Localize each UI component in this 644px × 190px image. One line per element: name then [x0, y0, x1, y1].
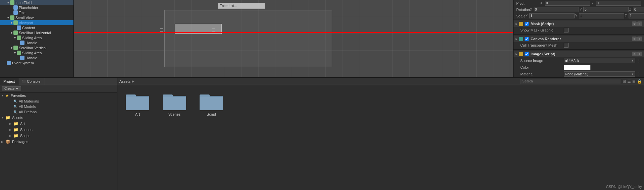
- asset-folder-scenes[interactable]: Scenes: [161, 92, 188, 116]
- rotation-label: Rotation: [516, 8, 530, 12]
- hierarchy-item-inputfield[interactable]: InputField: [0, 0, 73, 5]
- component-settings-icon[interactable]: ⚙: [632, 37, 637, 41]
- component-header-image[interactable]: ▶ Image (Script) ⚙ ≡: [514, 51, 644, 57]
- component-menu-icon[interactable]: ≡: [637, 37, 642, 41]
- asset-folder-script[interactable]: Script: [198, 92, 225, 116]
- assets-grid-icon[interactable]: ⊞: [632, 79, 636, 84]
- field-menu-icon[interactable]: ⋮: [637, 58, 641, 63]
- svg-rect-11: [200, 97, 223, 110]
- hierarchy-item-eventsystem[interactable]: EventSystem: [0, 60, 73, 65]
- scale-z-input[interactable]: [629, 13, 644, 18]
- scale-y-input[interactable]: [579, 13, 624, 18]
- assets-collapse-icon[interactable]: ⊟: [623, 79, 626, 84]
- search-item-all-models[interactable]: 🔍All Models: [0, 104, 117, 109]
- hierarchy-item-label: Scrollbar Vertical: [19, 46, 47, 50]
- asset-tree-item-scenes[interactable]: ▶📁Scenes: [0, 127, 117, 133]
- component-menu-icon[interactable]: ≡: [637, 21, 642, 26]
- tree-item-favorites[interactable]: ▼★Favorites: [0, 92, 117, 99]
- tree-item-packages[interactable]: ▶📦Packages: [0, 139, 117, 145]
- asset-tree-item-art[interactable]: ▶📁Art: [0, 121, 117, 127]
- field-label: Color: [520, 65, 564, 69]
- scale-fields: X Y Z: [526, 13, 644, 18]
- tree-arrow-icon: ▼: [1, 116, 5, 119]
- hierarchy-item-scrollbar-v[interactable]: Scrollbar Vertical: [0, 45, 73, 50]
- field-show-mask-graphic: Show Mask Graphic: [514, 27, 644, 33]
- hierarchy-item-content[interactable]: Content: [0, 25, 73, 30]
- tree-label: Favorites: [11, 93, 26, 98]
- object-icon: [13, 30, 18, 35]
- project-hierarchy-panel: Project ⬛ Console Create ▼ ▼★Favorites🔍A…: [0, 78, 117, 190]
- rotation-y-input[interactable]: [583, 7, 629, 12]
- tab-console[interactable]: ⬛ Console: [18, 78, 44, 85]
- pivot-x-field: X: [540, 1, 590, 6]
- component-enabled-checkbox[interactable]: [525, 37, 529, 41]
- component-expand-icon: ▶: [516, 38, 518, 41]
- asset-folder-art[interactable]: Art: [124, 92, 151, 116]
- dropdown-value: None (Material): [565, 72, 588, 76]
- component-settings-icon[interactable]: ⚙: [632, 21, 637, 26]
- dropdown[interactable]: ■UIMAsk ▼: [564, 58, 635, 63]
- component-enabled-checkbox[interactable]: [525, 22, 529, 26]
- search-item-all-prefabs[interactable]: 🔍All Prefabs: [0, 109, 117, 115]
- pivot-label: Pivot: [516, 1, 540, 5]
- hierarchy-item-handle-h[interactable]: Handle: [0, 40, 73, 45]
- component-menu-icon[interactable]: ≡: [637, 52, 642, 56]
- hierarchy-item-text-if[interactable]: Text: [0, 10, 73, 15]
- field-source-image: Source Image ■UIMAsk ▼ ⋮: [514, 57, 644, 64]
- hierarchy-item-label: Scrollbar Horizontal: [19, 31, 51, 35]
- object-icon: [13, 5, 18, 10]
- assets-filter-icon[interactable]: ☰: [627, 79, 631, 84]
- panel-tabs: Project ⬛ Console: [0, 78, 117, 85]
- component-header-icons: ⚙ ≡: [632, 37, 642, 41]
- scene-enter-text: Enter text...: [218, 3, 265, 9]
- rotation-x-label: X: [530, 8, 533, 11]
- folder-icon-big: [126, 92, 149, 110]
- asset-tree-label: Art: [20, 122, 25, 126]
- object-icon: [7, 61, 11, 65]
- hierarchy-item-sliding-h[interactable]: Sliding Area: [0, 35, 73, 40]
- project-toolbar: Create ▼: [0, 85, 117, 92]
- create-button[interactable]: Create ▼: [2, 86, 21, 91]
- rotation-x-input[interactable]: [534, 7, 579, 12]
- component-header-mask[interactable]: ▶ Mask (Script) ⚙ ≡: [514, 20, 644, 27]
- scale-y-label: Y: [575, 14, 579, 18]
- search-item-all-materials[interactable]: 🔍All Materials: [0, 99, 117, 104]
- field-cull-transparent-mesh: Cull Transparent Mesh: [514, 42, 644, 48]
- component-header-canvas-renderer[interactable]: ▶ Canvas Renderer ⚙ ≡: [514, 36, 644, 42]
- color-picker[interactable]: [564, 65, 591, 70]
- rotation-z-input[interactable]: [633, 7, 644, 12]
- asset-folder-label: Scenes: [168, 112, 181, 116]
- assets-search-input[interactable]: [521, 79, 621, 84]
- component-settings-icon[interactable]: ⚙: [632, 52, 637, 56]
- field-menu-icon[interactable]: ⋮: [637, 71, 641, 77]
- assets-icon-group: ⊟ ☰ ⊞ 🔒: [623, 79, 642, 84]
- assets-lock-icon[interactable]: 🔒: [637, 79, 642, 84]
- tab-project[interactable]: Project: [0, 78, 18, 85]
- hierarchy-item-placeholder[interactable]: Placeholder: [0, 5, 73, 10]
- hierarchy-item-handle-v[interactable]: Handle: [0, 55, 73, 60]
- hierarchy-item-scrollview[interactable]: Scroll View: [0, 15, 73, 20]
- hierarchy-item-scrollbar-h[interactable]: Scrollbar Horizontal: [0, 30, 73, 35]
- hierarchy-item-viewport[interactable]: Viewport: [0, 20, 73, 25]
- checkbox[interactable]: [564, 43, 569, 48]
- search-item-label: All Models: [19, 105, 36, 109]
- tree-item-assets[interactable]: ▼📁Assets: [0, 115, 117, 121]
- dropdown[interactable]: None (Material) ▼: [564, 71, 635, 77]
- tree-arrow-icon: ▶: [9, 128, 13, 131]
- hierarchy-item-sliding-v[interactable]: Sliding Area: [0, 50, 73, 55]
- hierarchy-item-label: EventSystem: [12, 61, 34, 65]
- pivot-x-input[interactable]: [545, 1, 590, 6]
- hierarchy-item-label: Viewport: [19, 21, 33, 25]
- hierarchy-item-label: Content: [22, 26, 35, 30]
- asset-tree-item-script[interactable]: ▶📁Script: [0, 133, 117, 139]
- search-item-label: All Materials: [19, 99, 39, 103]
- rotation-fields: X Y Z: [530, 7, 644, 12]
- hierarchy-item-label: Handle: [25, 56, 37, 60]
- checkbox[interactable]: [564, 28, 569, 33]
- component-enabled-checkbox[interactable]: [525, 52, 529, 56]
- scale-x-input[interactable]: [529, 13, 575, 18]
- pivot-y-field: Y: [591, 1, 641, 6]
- object-icon: [13, 46, 18, 50]
- pivot-y-input[interactable]: [596, 1, 641, 6]
- asset-tree-label: Scenes: [20, 128, 33, 132]
